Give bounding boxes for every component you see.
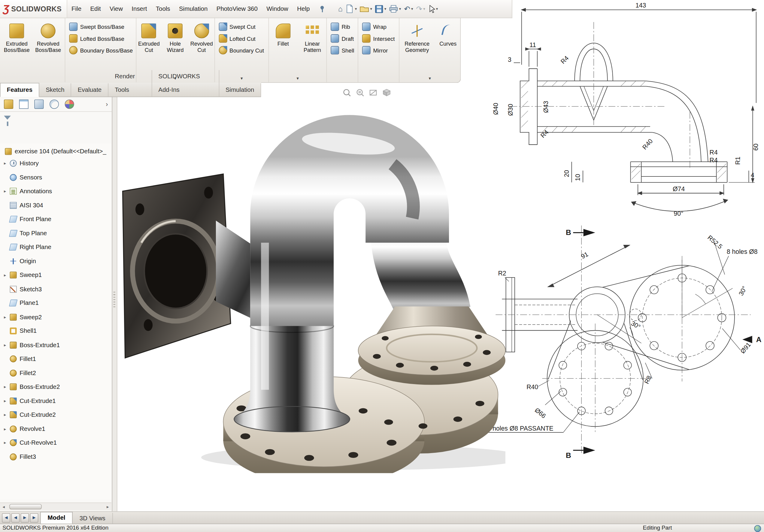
tree-item-boss-extrude1[interactable]: ▸Boss-Extrude1 [0,338,111,352]
tab-sketch[interactable]: Sketch [39,83,72,97]
tree-item-sensors[interactable]: Sensors [0,171,111,185]
lofted-cut-button[interactable]: Lofted Cut [219,34,266,43]
tree-item-sketch3[interactable]: Sketch3 [0,282,111,296]
expand-arrow-icon[interactable]: ▸ [4,441,10,445]
intersect-button[interactable]: Intersect [362,34,396,43]
tree-item-top-plane[interactable]: Top Plane [0,226,111,240]
dropdown-arrow-icon[interactable]: ▾ [297,76,299,81]
tab-features[interactable]: Features [0,83,39,97]
featuremanager-tree-icon[interactable] [4,99,13,109]
expand-arrow-icon[interactable]: ▸ [4,413,10,417]
tree-item-front-plane[interactable]: Front Plane [0,212,111,226]
splitter-grip[interactable] [113,292,115,309]
displaymanager-icon[interactable] [65,99,74,109]
reference-geometry-button[interactable]: Reference Geometry [399,22,435,82]
scroll-right-icon[interactable]: ▸ [104,504,111,509]
section-view-icon[interactable] [369,88,378,97]
expand-arrow-icon[interactable]: ▸ [4,189,10,194]
propertymanager-icon[interactable] [19,99,29,109]
tree-item-shell1[interactable]: Shell1 [0,324,111,338]
tab-simulation[interactable]: Simulation [219,83,261,97]
tab-render-tools[interactable]: Render Tools [108,70,152,97]
select-button[interactable]: ▾ [427,4,439,14]
tree-item-boss-extrude2[interactable]: ▸Boss-Extrude2 [0,380,111,394]
tree-item-fillet2[interactable]: Fillet2 [0,366,111,380]
tree-item-plane1[interactable]: Plane1 [0,296,111,310]
curves-button[interactable]: Curves [436,22,461,82]
dropdown-arrow-icon[interactable]: ▾ [241,76,243,81]
menu-insert[interactable]: Insert [127,0,151,18]
menu-help[interactable]: Help [293,0,314,18]
expand-panel-icon[interactable]: › [106,100,108,108]
expand-arrow-icon[interactable]: ▸ [4,343,10,347]
panel-splitter[interactable] [112,97,117,511]
view-orientation-icon[interactable] [382,88,391,97]
menu-view[interactable]: View [105,0,127,18]
zoom-area-icon[interactable] [356,88,365,97]
print-button[interactable]: ▾ [388,4,402,14]
last-tab-button[interactable]: ▶ [30,513,39,523]
new-document-button[interactable]: ▾ [344,3,358,14]
expand-arrow-icon[interactable]: ▸ [4,384,10,389]
prev-tab-button[interactable]: ◀ [11,513,20,523]
tree-item-cut-revolve1[interactable]: ▸Cut-Revolve1 [0,436,111,450]
panel-horizontal-scrollbar[interactable]: ◂ ▸ [0,503,111,510]
linear-pattern-button[interactable]: Linear Pattern [298,22,326,82]
dropdown-arrow-icon[interactable]: ▾ [429,76,431,81]
tree-item-cut-extrude2[interactable]: ▸Cut-Extrude2 [0,408,111,422]
boundary-cut-button[interactable]: Boundary Cut [219,46,266,55]
scroll-left-icon[interactable]: ◂ [0,504,8,509]
rib-button[interactable]: Rib [331,23,355,31]
menu-window[interactable]: Window [262,0,293,18]
tree-item-fillet1[interactable]: Fillet1 [0,352,111,366]
tree-item-sweep1[interactable]: ▸Sweep1 [0,268,111,282]
menu-file[interactable]: File [67,0,86,18]
open-button[interactable]: ▾ [359,4,373,14]
save-button[interactable]: ▾ [374,4,387,14]
tree-item-annotations[interactable]: ▸Annotations [0,184,111,199]
menu-tools[interactable]: Tools [151,0,174,18]
tree-root-item[interactable]: exercise 104 (Default<<Default>_ [0,147,111,157]
units-globe-icon[interactable] [754,525,761,532]
lofted-boss-base-button[interactable]: Lofted Boss/Base [69,34,133,43]
extruded-boss-base-button[interactable]: Extruded Boss/Base [2,22,32,82]
part-3d-view[interactable] [118,96,505,473]
scrollbar-thumb[interactable] [9,504,42,509]
zoom-to-fit-icon[interactable] [342,88,351,97]
tree-item-history[interactable]: ▸History [0,156,111,171]
menu-photoview[interactable]: PhotoView 360 [212,0,262,18]
next-tab-button[interactable]: ▶ [21,513,29,523]
swept-cut-button[interactable]: Swept Cut [219,23,266,31]
fillet-button[interactable]: Fillet [269,22,297,82]
expand-arrow-icon[interactable]: ▸ [4,161,10,166]
redo-button[interactable]: ↷▾ [415,3,426,15]
draft-button[interactable]: Draft [331,34,355,43]
first-tab-button[interactable]: ◀ [2,513,11,523]
menu-edit[interactable]: Edit [86,0,105,18]
shell-button[interactable]: Shell [331,46,355,55]
pin-menu-icon[interactable] [318,5,326,13]
swept-boss-base-button[interactable]: Swept Boss/Base [69,23,133,31]
mirror-button[interactable]: Mirror [362,46,396,55]
menu-simulation[interactable]: Simulation [174,0,212,18]
tree-item-right-plane[interactable]: Right Plane [0,240,111,254]
expand-arrow-icon[interactable]: ▸ [4,398,10,403]
revolved-boss-base-button[interactable]: Revolved Boss/Base [33,22,63,82]
home-button[interactable]: ⌂ [337,3,343,15]
expand-arrow-icon[interactable]: ▸ [4,273,10,278]
tree-item-fillet3[interactable]: Fillet3 [0,450,111,464]
boundary-boss-base-button[interactable]: Boundary Boss/Base [69,46,133,55]
dimxpertmanager-icon[interactable] [50,99,59,109]
expand-arrow-icon[interactable]: ▸ [4,315,10,320]
tree-item-material[interactable]: AISI 304 [0,199,111,212]
tab-model[interactable]: Model [40,512,73,524]
undo-button[interactable]: ↶▾ [403,3,414,15]
tab-3d-views[interactable]: 3D Views [73,513,112,524]
tree-item-cut-extrude1[interactable]: ▸Cut-Extrude1 [0,394,111,408]
tree-item-revolve1[interactable]: ▸Revolve1 [0,422,111,436]
tab-solidworks-add-ins[interactable]: SOLIDWORKS Add-Ins [152,70,219,97]
tree-item-origin[interactable]: Origin [0,254,111,268]
filter-icon[interactable] [4,116,11,120]
tree-item-sweep2[interactable]: ▸Sweep2 [0,310,111,324]
expand-arrow-icon[interactable]: ▸ [4,426,10,431]
